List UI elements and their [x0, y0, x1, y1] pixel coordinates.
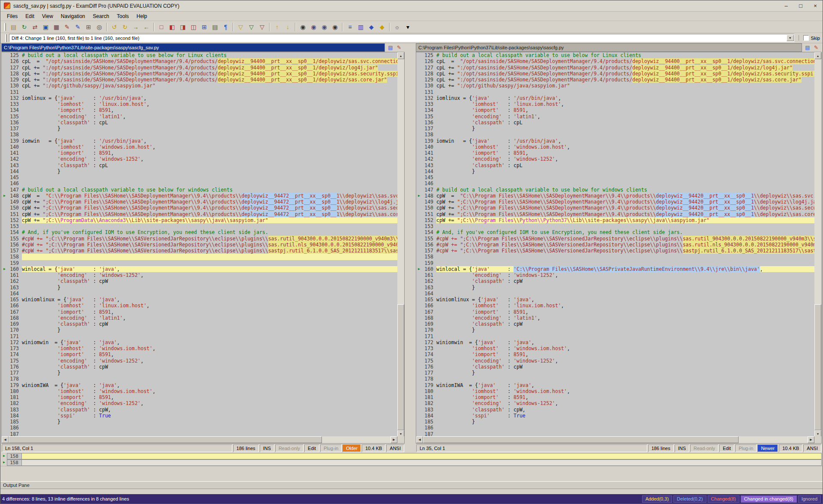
show-differences-icon[interactable]: ◫ — [188, 22, 199, 32]
code-line-149[interactable]: 149cpW += ";C:\\Program Files\\SASHome\\… — [2, 199, 397, 205]
code-line-176[interactable]: 176 'classpath' : cpW — [2, 364, 397, 370]
filter-deleted[interactable]: Deleted(0,2) — [673, 495, 706, 503]
code-line-162[interactable]: 162 'classpath' : cpW — [416, 278, 814, 284]
code-line-145[interactable]: 145 — [416, 174, 814, 180]
diff-selector-dropdown-icon[interactable]: ▼ — [787, 35, 794, 41]
code-line-150[interactable]: 150cpW += ";C:\\Program Files\\SASHome\\… — [2, 205, 397, 211]
menu-search[interactable]: Search — [89, 12, 113, 20]
code-line-146[interactable]: 146 — [416, 180, 814, 186]
scrollbar-thumb[interactable] — [423, 436, 739, 443]
highlight-icon[interactable]: ◆ — [377, 22, 387, 32]
code-line-181[interactable]: 181 'iomport' : 8591, — [416, 394, 814, 400]
code-line-166[interactable]: 166 'iomhost' : 'linux.iom.host', — [416, 303, 814, 309]
code-line-172[interactable]: 172winiomwin = {'java' : 'java', — [2, 339, 397, 345]
close-button[interactable]: × — [808, 0, 823, 11]
code-line-132[interactable]: 132iomlinux = {'java' : '/usr/bin/java', — [416, 95, 814, 101]
scrollbar-track[interactable] — [423, 436, 808, 443]
code-line-168[interactable]: 168 'encoding' : 'latin1', — [416, 315, 814, 321]
code-line-130[interactable]: 130cpL += ":/opt/github/saspy/java/saspy… — [2, 83, 397, 89]
maximize-button[interactable]: □ — [793, 0, 808, 11]
filter-added[interactable]: Added(0,3) — [642, 495, 672, 503]
code-line-133[interactable]: 133 'iomhost' : 'linux.iom.host', — [2, 101, 397, 107]
scroll-up-icon[interactable]: ▲ — [397, 52, 404, 59]
pane-edit-icon[interactable]: ✎ — [812, 44, 820, 51]
code-line-134[interactable]: 134 'iomport' : 8591, — [2, 107, 397, 113]
show-right-only-icon[interactable]: ◨ — [177, 22, 188, 32]
code-line-162[interactable]: 162 'classpath' : cpW — [2, 278, 397, 284]
code-line-136[interactable]: 136 'classpath' : cpL — [416, 120, 814, 126]
code-line-152[interactable]: 152cpW += ";C:\\ProgramData\\Anaconda3\\… — [2, 217, 397, 223]
code-line-142[interactable]: 142 'encoding' : 'windows-1252', — [416, 156, 814, 162]
word-wrap-icon[interactable]: ¶ — [220, 22, 231, 32]
code-line-137[interactable]: 137 } — [2, 126, 397, 132]
code-line-129[interactable]: 129cpL += ":/opt/sasinside/SASHome/SASDe… — [2, 77, 397, 83]
code-line-184[interactable]: 184 'sspi' : True — [2, 413, 397, 419]
menu-tools[interactable]: Tools — [113, 12, 133, 20]
code-line-128[interactable]: 128cpL += ":/opt/sasinside/SASHome/SASDe… — [2, 71, 397, 77]
code-line-134[interactable]: 134 'iomport' : 8591, — [416, 107, 814, 113]
scrollbar-thumb[interactable] — [9, 436, 322, 443]
code-line-172[interactable]: 172winiomwin = {'java' : 'java', — [416, 339, 814, 345]
pane-copy-icon[interactable]: ▤ — [386, 44, 395, 51]
scrollbar-track[interactable] — [397, 59, 404, 430]
copy-icon[interactable]: ⊞ — [83, 22, 94, 32]
print-icon[interactable]: ▦ — [51, 22, 62, 32]
left-horizontal-scrollbar[interactable]: ◀ ▶ — [2, 436, 397, 443]
filter-exclude-icon[interactable]: ▽ — [257, 22, 267, 32]
right-vertical-scrollbar[interactable]: ▲ ▼ — [814, 52, 821, 437]
pane-splitter[interactable] — [405, 43, 416, 453]
code-line-144[interactable]: 144 } — [2, 168, 397, 174]
code-line-159[interactable]: 159 — [2, 260, 397, 266]
code-line-184[interactable]: 184 'sspi' : True — [416, 413, 814, 419]
code-line-160[interactable]: ▶160winlocal = {'java' : 'C:\\Program Fi… — [416, 266, 814, 272]
menu-view[interactable]: View — [38, 12, 57, 20]
code-line-171[interactable]: 171 — [2, 333, 397, 339]
scrollbar-track[interactable] — [814, 59, 821, 430]
code-line-155[interactable]: 155#cpW += ";C:\\Program Files\\SASHome\… — [416, 236, 814, 242]
title-bar[interactable]: sascfg_sav.py | sascfg.py - ExamDiff Pro… — [0, 0, 823, 12]
prev-diff-search-icon[interactable]: ◉ — [308, 22, 319, 32]
code-line-138[interactable]: 138 — [416, 132, 814, 138]
code-line-178[interactable]: 178 — [416, 376, 814, 382]
code-line-148[interactable]: ▶148cpW = "C:\\Program Files\\SASHome\\S… — [2, 193, 397, 199]
code-line-158[interactable]: 158 — [416, 254, 814, 260]
code-line-143[interactable]: 143 'classpath' : cpL — [416, 162, 814, 168]
undo-icon[interactable]: ↺ — [109, 22, 120, 32]
code-line-176[interactable]: 176 'classpath' : cpW — [416, 364, 814, 370]
code-line-126[interactable]: 126cpL = "/opt/sasinside/SASHome/SASDepl… — [2, 58, 397, 64]
code-line-177[interactable]: 177 } — [2, 370, 397, 376]
code-line-179[interactable]: 179winiomIWA = {'java' : 'java', — [416, 382, 814, 388]
synchronized-scroll-icon[interactable]: ⊞ — [199, 22, 210, 32]
code-line-140[interactable]: 140 'iomhost' : 'windows.iom.host', — [416, 144, 814, 150]
code-line-157[interactable]: 157#cpW += ";C:\\Program Files\\SASHome\… — [2, 248, 397, 254]
code-line-152[interactable]: 152cpW += ";C:\\Program Files\\Python\\P… — [416, 217, 814, 223]
code-line-175[interactable]: 175 'encoding' : 'windows-1252', — [416, 358, 814, 364]
code-line-127[interactable]: 127cpL += ":/opt/sasinside/SASHome/SASDe… — [416, 65, 814, 71]
code-line-142[interactable]: 142 'encoding' : 'windows-1252', — [2, 156, 397, 162]
code-line-127[interactable]: 127cpL += ":/opt/sasinside/SASHome/SASDe… — [2, 65, 397, 71]
code-line-180[interactable]: 180 'iomhost' : 'windows.iom.host', — [416, 388, 814, 394]
code-line-146[interactable]: 146 — [2, 180, 397, 186]
show-identical-icon[interactable]: □ — [156, 22, 167, 32]
code-line-150[interactable]: 150cpW += ";C:\\Program Files\\SASHome\\… — [416, 205, 814, 211]
code-line-174[interactable]: 174 'iomport' : 8591, — [2, 351, 397, 357]
menu-help[interactable]: Help — [133, 12, 151, 20]
code-line-129[interactable]: 129cpL += ":/opt/sasinside/SASHome/SASDe… — [416, 77, 814, 83]
code-line-156[interactable]: 156#cpW += ";C:\\Program Files\\SASHome\… — [416, 242, 814, 248]
code-line-173[interactable]: 173 'iomhost' : 'windows.iom.host', — [2, 345, 397, 351]
options-icon[interactable]: ☼ — [392, 22, 402, 32]
code-line-175[interactable]: 175 'encoding' : 'windows-1252', — [2, 358, 397, 364]
code-line-148[interactable]: ▶148cpW = "C:\\Program Files\\SASHome\\S… — [416, 193, 814, 199]
scroll-right-icon[interactable]: ▶ — [390, 436, 397, 443]
code-line-151[interactable]: 151cpW += ";C:\\Program Files\\SASHome\\… — [2, 211, 397, 217]
code-line-167[interactable]: 167 'iomport' : 8591, — [416, 309, 814, 315]
code-line-139[interactable]: 139iomwin = {'java' : '/usr/bin/java', — [2, 138, 397, 144]
code-line-186[interactable]: 186 — [416, 425, 814, 431]
redo-icon[interactable]: ↻ — [120, 22, 130, 32]
menu-navigation[interactable]: Navigation — [57, 12, 89, 20]
code-line-155[interactable]: 155#cpW += ";C:\\Program Files\\SASHome\… — [2, 236, 397, 242]
code-line-125[interactable]: 125# build out a local classpath variabl… — [416, 52, 814, 58]
filter-changed[interactable]: Changed(8) — [708, 495, 739, 503]
code-line-165[interactable]: 165winiomlinux = {'java' : 'java', — [416, 297, 814, 303]
code-line-183[interactable]: 183 'classpath' : cpW, — [416, 407, 814, 413]
